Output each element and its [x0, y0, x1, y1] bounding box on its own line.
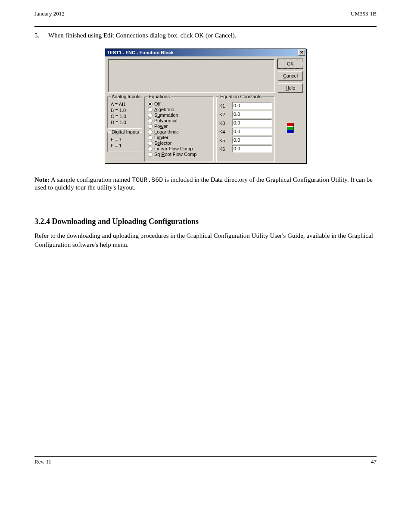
radio-icon[interactable]	[148, 118, 153, 123]
step-text: When finished using Edit Connections dia…	[48, 31, 237, 40]
color-tool-icon[interactable]	[287, 123, 294, 133]
radio-icon[interactable]	[148, 152, 153, 157]
digital-input-f: F = 1	[111, 143, 139, 148]
equation-option-5[interactable]: Logarithmic	[148, 129, 211, 134]
cancel-label: Cancel	[283, 73, 298, 78]
digital-input-e: E = 1	[111, 137, 139, 142]
digital-inputs-legend: Digital Inputs	[111, 129, 140, 134]
radio-icon[interactable]	[148, 135, 153, 140]
equation-option-0[interactable]: Off	[148, 101, 211, 106]
equation-label: Logarithmic	[154, 129, 179, 134]
constant-row-5: K50.0	[219, 137, 272, 144]
constant-label: K3	[219, 121, 229, 126]
radio-icon[interactable]	[148, 141, 153, 146]
radio-icon[interactable]	[148, 113, 153, 118]
equations-group: Equations OffAlgebraicSummationPolynomia…	[145, 97, 214, 162]
equation-option-2[interactable]: Summation	[148, 112, 211, 118]
analog-inputs-legend: Analog Inputs	[111, 94, 141, 99]
constant-row-6: K60.0	[219, 145, 272, 152]
equation-label: Power	[154, 124, 168, 129]
header-rule	[34, 26, 377, 27]
constants-group: Equation Constants K10.0K20.0K30.0K40.0K…	[216, 97, 275, 162]
equation-option-4[interactable]: Power	[148, 124, 211, 129]
equation-option-1[interactable]: Algebraic	[148, 107, 211, 112]
equation-label: Summation	[154, 112, 178, 118]
footer-right: 47	[371, 458, 377, 465]
note-body: A sample configuration named	[51, 176, 132, 183]
step-5: 5. When finished using Edit Connections …	[34, 31, 377, 40]
analog-input-b: B = 1.0	[111, 108, 139, 113]
constant-input[interactable]: 0.0	[232, 128, 272, 135]
equation-option-8[interactable]: Linear Flow Comp	[148, 146, 211, 151]
cancel-button[interactable]: Cancel	[278, 71, 303, 81]
note-label: Note:	[34, 176, 50, 183]
constant-row-4: K40.0	[219, 128, 272, 135]
radio-icon[interactable]	[148, 124, 153, 129]
dialog-title: TEST1 . FNC - Function Block	[107, 50, 174, 55]
constant-row-3: K30.0	[219, 119, 272, 127]
equation-option-9[interactable]: Sq Root Flow Comp	[148, 152, 211, 157]
radio-icon[interactable]	[148, 130, 153, 134]
constants-legend: Equation Constants	[219, 94, 262, 99]
constant-label: K6	[219, 146, 229, 152]
section-para1: Refer to the downloading and uploading p…	[34, 231, 377, 249]
radio-icon[interactable]	[148, 146, 153, 151]
radio-icon[interactable]	[148, 107, 153, 112]
constant-row-2: K20.0	[219, 111, 272, 118]
radio-icon[interactable]	[148, 102, 153, 106]
equation-label: Limiter	[154, 135, 168, 140]
close-icon[interactable]: ✕	[298, 50, 305, 56]
constant-input[interactable]: 0.0	[232, 119, 272, 127]
preview-area	[108, 59, 275, 93]
note-block: Note: A sample configuration named TOUR.…	[34, 176, 377, 191]
constant-label: K2	[219, 112, 229, 117]
ok-label: OK	[287, 61, 294, 66]
ok-button[interactable]: OK	[278, 59, 303, 68]
equation-option-6[interactable]: Limiter	[148, 135, 211, 140]
equation-option-7[interactable]: Selector	[148, 140, 211, 146]
analog-input-a: A = AI1	[111, 102, 139, 107]
constant-input[interactable]: 0.0	[232, 145, 272, 152]
constant-input[interactable]: 0.0	[232, 111, 272, 118]
analog-input-c: C = 1.0	[111, 114, 139, 119]
section-title: 3.2.4 Downloading and Uploading Configur…	[34, 217, 377, 226]
header-left: January 2012	[34, 10, 65, 17]
constant-label: K4	[219, 129, 229, 134]
equation-label: Sq Root Flow Comp	[154, 152, 196, 157]
dialog-titlebar[interactable]: TEST1 . FNC - Function Block ✕	[105, 49, 306, 56]
footer-left: Rev. 11	[34, 458, 51, 465]
equation-label: Polynomial	[154, 118, 177, 123]
footer-rule	[34, 456, 377, 457]
constant-row-1: K10.0	[219, 102, 272, 109]
equation-label: Off	[154, 101, 160, 106]
digital-inputs-group: Digital Inputs E = 1 F = 1	[108, 132, 142, 152]
help-button[interactable]: Help	[278, 83, 303, 93]
constant-label: K5	[219, 138, 229, 143]
equation-label: Linear Flow Comp	[154, 146, 193, 151]
analog-inputs-group: Analog Inputs A = AI1 B = 1.0 C = 1.0 D …	[108, 97, 142, 129]
function-block-dialog: TEST1 . FNC - Function Block ✕ Analog In…	[105, 48, 306, 163]
note-filename: TOUR.S6D	[132, 177, 163, 184]
equations-legend: Equations	[148, 94, 171, 99]
header-right: UM353-1B	[351, 10, 377, 17]
step-number: 5.	[34, 31, 48, 40]
constant-input[interactable]: 0.0	[232, 102, 272, 109]
equation-label: Algebraic	[154, 107, 174, 112]
equation-label: Selector	[154, 140, 171, 146]
constant-label: K1	[219, 103, 229, 109]
analog-input-d: D = 1.0	[111, 120, 139, 125]
constant-input[interactable]: 0.0	[232, 137, 272, 144]
help-label: Help	[286, 85, 296, 90]
equation-option-3[interactable]: Polynomial	[148, 118, 211, 123]
